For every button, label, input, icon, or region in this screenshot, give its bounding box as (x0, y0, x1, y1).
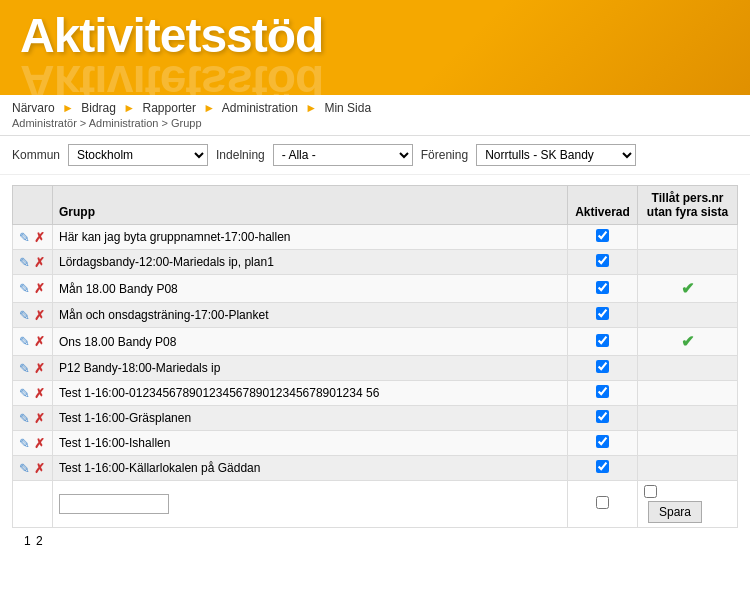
arrow-4: ► (305, 101, 317, 115)
edit-icon[interactable]: ✎ (19, 361, 30, 376)
group-name: Här kan jag byta gruppnamnet-17:00-halle… (53, 225, 568, 250)
edit-icon[interactable]: ✎ (19, 411, 30, 426)
delete-icon[interactable]: ✗ (34, 461, 45, 476)
new-row-name-cell (53, 481, 568, 528)
forening-label: Förening (421, 148, 468, 162)
new-tillat-checkbox[interactable] (644, 485, 657, 498)
aktiverad-cell[interactable] (568, 328, 638, 356)
new-row-aktiverad-cell[interactable] (568, 481, 638, 528)
indelning-select[interactable]: - Alla - (273, 144, 413, 166)
arrow-3: ► (203, 101, 215, 115)
col-header-aktiverad: Aktiverad (568, 186, 638, 225)
group-name: Test 1-16:00-Källarlokalen på Gäddan (53, 456, 568, 481)
actions-cell: ✎ ✗ (13, 328, 53, 356)
aktiverad-checkbox[interactable] (596, 360, 609, 373)
edit-icon[interactable]: ✎ (19, 334, 30, 349)
group-name: Lördagsbandy-12:00-Mariedals ip, plan1 (53, 250, 568, 275)
nav-bidrag[interactable]: Bidrag (81, 101, 116, 115)
aktiverad-checkbox[interactable] (596, 435, 609, 448)
edit-icon[interactable]: ✎ (19, 255, 30, 270)
delete-icon[interactable]: ✗ (34, 334, 45, 349)
new-row: Spara (13, 481, 738, 528)
aktiverad-checkbox[interactable] (596, 460, 609, 473)
nav-administration[interactable]: Administration (222, 101, 298, 115)
delete-icon[interactable]: ✗ (34, 436, 45, 451)
group-name: P12 Bandy-18:00-Mariedals ip (53, 356, 568, 381)
actions-cell: ✎ ✗ (13, 431, 53, 456)
breadcrumb-bar: Närvaro ► Bidrag ► Rapporter ► Administr… (0, 95, 750, 136)
col-header-actions (13, 186, 53, 225)
nav-rapporter[interactable]: Rapporter (143, 101, 196, 115)
actions-cell: ✎ ✗ (13, 250, 53, 275)
kommun-label: Kommun (12, 148, 60, 162)
save-cell: Spara (638, 481, 738, 528)
new-aktiverad-checkbox[interactable] (596, 496, 609, 509)
actions-cell: ✎ ✗ (13, 406, 53, 431)
indelning-label: Indelning (216, 148, 265, 162)
kommun-select[interactable]: Stockholm (68, 144, 208, 166)
aktiverad-cell[interactable] (568, 431, 638, 456)
aktiverad-checkbox[interactable] (596, 254, 609, 267)
table-row: ✎ ✗ Test 1-16:00-01234567890123456789012… (13, 381, 738, 406)
sub-breadcrumb: Administratör > Administration > Grupp (12, 115, 738, 133)
aktiverad-checkbox[interactable] (596, 281, 609, 294)
nav-narvaro[interactable]: Närvaro (12, 101, 55, 115)
aktiverad-cell[interactable] (568, 303, 638, 328)
table-row: ✎ ✗ Lördagsbandy-12:00-Mariedals ip, pla… (13, 250, 738, 275)
new-group-input[interactable] (59, 494, 169, 514)
arrow-2: ► (123, 101, 135, 115)
tillat-checkmark: ✔ (681, 333, 694, 350)
edit-icon[interactable]: ✎ (19, 281, 30, 296)
edit-icon[interactable]: ✎ (19, 230, 30, 245)
table-row: ✎ ✗ P12 Bandy-18:00-Mariedals ip (13, 356, 738, 381)
page-2[interactable]: 2 (36, 534, 43, 548)
aktiverad-checkbox[interactable] (596, 410, 609, 423)
aktiverad-cell[interactable] (568, 356, 638, 381)
aktiverad-checkbox[interactable] (596, 307, 609, 320)
aktiverad-cell[interactable] (568, 250, 638, 275)
tillat-cell (638, 250, 738, 275)
edit-icon[interactable]: ✎ (19, 436, 30, 451)
tillat-cell (638, 456, 738, 481)
delete-icon[interactable]: ✗ (34, 386, 45, 401)
delete-icon[interactable]: ✗ (34, 255, 45, 270)
tillat-cell: ✔ (638, 275, 738, 303)
main-content: Grupp Aktiverad Tillåt pers.nr utan fyra… (0, 175, 750, 564)
groups-table: Grupp Aktiverad Tillåt pers.nr utan fyra… (12, 185, 738, 528)
actions-cell: ✎ ✗ (13, 225, 53, 250)
edit-icon[interactable]: ✎ (19, 386, 30, 401)
tillat-cell (638, 356, 738, 381)
group-name: Ons 18.00 Bandy P08 (53, 328, 568, 356)
header: Aktivitetsstöd Aktivitetsstöd (0, 0, 750, 95)
tillat-cell (638, 431, 738, 456)
pagination: 1 2 (12, 528, 738, 554)
page-1[interactable]: 1 (24, 534, 31, 548)
arrow-1: ► (62, 101, 74, 115)
tillat-cell (638, 406, 738, 431)
app-title: Aktivitetsstöd (20, 10, 730, 63)
edit-icon[interactable]: ✎ (19, 461, 30, 476)
delete-icon[interactable]: ✗ (34, 361, 45, 376)
delete-icon[interactable]: ✗ (34, 308, 45, 323)
tillat-cell: ✔ (638, 328, 738, 356)
delete-icon[interactable]: ✗ (34, 281, 45, 296)
aktiverad-cell[interactable] (568, 225, 638, 250)
aktiverad-cell[interactable] (568, 275, 638, 303)
col-header-tillat: Tillåt pers.nr utan fyra sista (638, 186, 738, 225)
table-row: ✎ ✗ Mån och onsdagsträning-17:00-Planket (13, 303, 738, 328)
group-name: Test 1-16:00-Gräsplanen (53, 406, 568, 431)
delete-icon[interactable]: ✗ (34, 230, 45, 245)
aktiverad-cell[interactable] (568, 381, 638, 406)
actions-cell: ✎ ✗ (13, 303, 53, 328)
forening-select[interactable]: Norrtulls - SK Bandy (476, 144, 636, 166)
aktiverad-checkbox[interactable] (596, 385, 609, 398)
actions-cell: ✎ ✗ (13, 456, 53, 481)
edit-icon[interactable]: ✎ (19, 308, 30, 323)
table-row: ✎ ✗ Ons 18.00 Bandy P08✔ (13, 328, 738, 356)
aktiverad-checkbox[interactable] (596, 229, 609, 242)
aktiverad-checkbox[interactable] (596, 334, 609, 347)
aktiverad-cell[interactable] (568, 406, 638, 431)
delete-icon[interactable]: ✗ (34, 411, 45, 426)
save-button[interactable]: Spara (648, 501, 702, 523)
aktiverad-cell[interactable] (568, 456, 638, 481)
